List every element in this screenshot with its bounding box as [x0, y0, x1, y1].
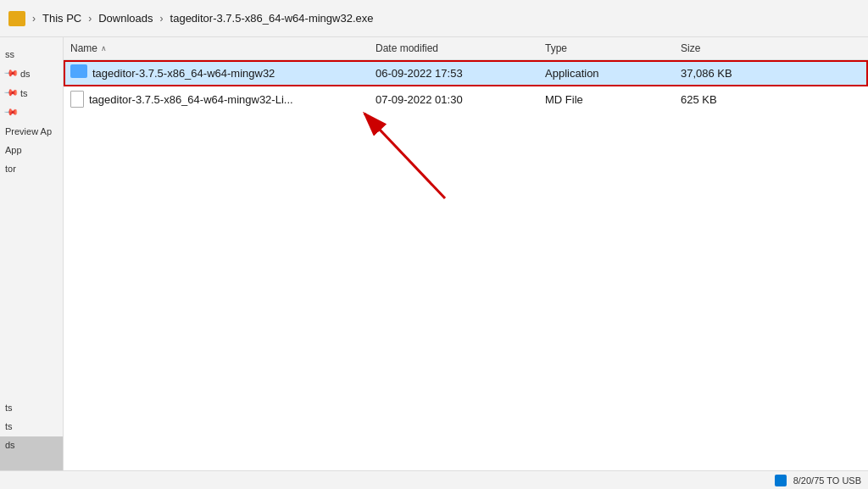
app-icon-0	[70, 64, 87, 81]
breadcrumb-this-pc[interactable]: This PC	[42, 12, 81, 25]
sort-arrow-name: ∧	[101, 44, 107, 53]
pin-icon-1: 📌	[3, 65, 19, 81]
file-name-1: tageditor-3.7.5-x86_64-w64-mingw32-Li...	[89, 93, 293, 106]
sidebar-item-preview[interactable]: Preview Ap	[0, 123, 63, 140]
sidebar-bottom: ds	[0, 436, 63, 470]
sidebar-label-ts2: ts	[5, 421, 13, 431]
breadcrumb-downloads[interactable]: Downloads	[98, 12, 153, 25]
file-size-1: 625 KB	[681, 93, 765, 106]
sidebar-item-0[interactable]: ss	[0, 46, 63, 63]
sidebar-label-1: ds	[20, 69, 31, 79]
sidebar-label-ds: ds	[5, 440, 15, 450]
sidebar-label-ts1: ts	[5, 403, 13, 413]
sidebar-label-2: ts	[20, 88, 28, 98]
folder-icon	[8, 11, 25, 26]
table-header: Name ∧ Date modified Type Size	[64, 37, 868, 60]
status-right: 8/20/75 TO USB	[775, 475, 861, 486]
file-name-cell-1: tageditor-3.7.5-x86_64-w64-mingw32-Li...	[70, 91, 376, 108]
breadcrumb-sep-0: ›	[32, 13, 36, 25]
file-size-0: 37,086 KB	[681, 67, 765, 80]
col-date-label: Date modified	[376, 42, 438, 54]
sidebar-label-preview: Preview Ap	[5, 126, 52, 136]
sidebar-label-app: App	[5, 145, 22, 155]
status-text: 8/20/75 TO USB	[793, 475, 861, 486]
sidebar-item-app[interactable]: App	[0, 142, 63, 158]
pin-icon-2: 📌	[3, 85, 19, 101]
sidebar-item-1[interactable]: 📌 ds	[0, 64, 63, 82]
sidebar-item-tor[interactable]: tor	[0, 160, 63, 177]
main-layout: ss 📌 ds 📌 ts 📌 Preview Ap App tor ts ts	[0, 37, 868, 470]
file-row-0[interactable]: tageditor-3.7.5-x86_64-w64-mingw32 06-09…	[64, 60, 868, 86]
file-name-cell-0: tageditor-3.7.5-x86_64-w64-mingw32	[70, 64, 376, 81]
file-type-1: MD File	[545, 93, 681, 106]
breadcrumb-sep-1: ›	[88, 13, 92, 25]
content-area: Name ∧ Date modified Type Size tag	[64, 37, 868, 470]
col-header-size[interactable]: Size	[681, 42, 765, 54]
sidebar-label-0: ss	[5, 49, 14, 59]
sidebar-label-tor: tor	[5, 164, 16, 174]
sidebar: ss 📌 ds 📌 ts 📌 Preview Ap App tor ts ts	[0, 37, 64, 470]
breadcrumb-sep-2: ›	[160, 13, 164, 25]
doc-icon-1	[70, 91, 84, 108]
col-name-label: Name	[70, 42, 97, 54]
sidebar-item-3[interactable]: 📌	[0, 103, 63, 121]
breadcrumb-current: tageditor-3.7.5-x86_64-w64-mingw32.exe	[170, 12, 374, 25]
address-bar: › This PC › Downloads › tageditor-3.7.5-…	[0, 0, 868, 37]
file-date-0: 06-09-2022 17:53	[376, 67, 545, 80]
sidebar-item-ts2[interactable]: ts	[0, 418, 63, 435]
file-name-0: tageditor-3.7.5-x86_64-w64-mingw32	[92, 67, 275, 80]
col-header-date[interactable]: Date modified	[376, 42, 545, 54]
file-list: tageditor-3.7.5-x86_64-w64-mingw32 06-09…	[64, 60, 868, 470]
status-bar: 8/20/75 TO USB	[0, 470, 868, 489]
sidebar-item-ts1[interactable]: ts	[0, 399, 63, 416]
sidebar-item-ds[interactable]: ds	[0, 436, 63, 453]
col-size-label: Size	[681, 42, 700, 54]
col-header-type[interactable]: Type	[545, 42, 681, 54]
file-type-0: Application	[545, 67, 681, 80]
status-icon	[775, 475, 787, 486]
col-type-label: Type	[545, 42, 567, 54]
col-header-name[interactable]: Name ∧	[70, 42, 376, 54]
file-row-1[interactable]: tageditor-3.7.5-x86_64-w64-mingw32-Li...…	[64, 86, 868, 113]
sidebar-item-2[interactable]: 📌 ts	[0, 84, 63, 102]
file-date-1: 07-09-2022 01:30	[376, 93, 545, 106]
pin-icon-3: 📌	[3, 104, 19, 120]
